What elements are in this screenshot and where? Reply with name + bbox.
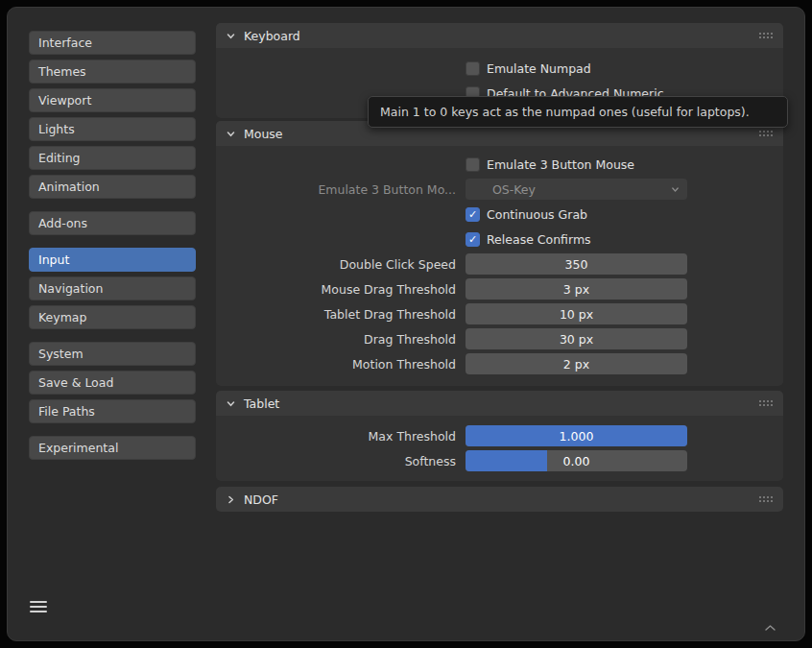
field-label: Emulate 3 Button Mo...: [216, 182, 466, 197]
check-icon: ✓: [468, 209, 477, 220]
release-confirms-row: ✓ Release Confirms: [466, 228, 783, 250]
field-label: Drag Threshold: [216, 332, 466, 347]
sidebar-item-input[interactable]: Input: [29, 248, 196, 272]
panel-drag-handle-icon[interactable]: [759, 33, 774, 39]
double-click-speed-row: Double Click Speed 350: [216, 253, 783, 275]
field-label: Mouse Drag Threshold: [216, 282, 466, 297]
motion-threshold-field[interactable]: 2 px: [466, 353, 687, 374]
keyboard-panel-header[interactable]: Keyboard: [216, 23, 783, 48]
panel-title: Tablet: [244, 396, 279, 411]
ndof-panel: NDOF: [216, 487, 783, 512]
panel-title: Keyboard: [244, 29, 300, 43]
sidebar-item-file-paths[interactable]: File Paths: [29, 399, 196, 423]
sidebar-item-editing[interactable]: Editing: [29, 146, 196, 170]
chevron-down-icon: [226, 129, 236, 139]
continuous-grab-row: ✓ Continuous Grab: [466, 204, 783, 225]
tablet-panel-header[interactable]: Tablet: [216, 391, 783, 416]
mouse-panel: Mouse ✓ Emulate 3 Button Mouse Emulate 3…: [216, 121, 783, 386]
preferences-window-frame: Interface Themes Viewport Lights Editing…: [0, 0, 812, 648]
double-click-speed-field[interactable]: 350: [466, 253, 687, 275]
sidebar-item-interface[interactable]: Interface: [29, 31, 196, 55]
drag-threshold-field[interactable]: 30 px: [466, 328, 687, 349]
continuous-grab-checkbox[interactable]: ✓: [466, 207, 480, 222]
tooltip: Main 1 to 0 keys act as the numpad ones …: [368, 96, 788, 128]
panel-drag-handle-icon[interactable]: [759, 496, 774, 503]
chevron-down-icon: [226, 31, 236, 41]
sidebar-item-animation[interactable]: Animation: [29, 175, 196, 199]
sidebar-item-viewport[interactable]: Viewport: [29, 88, 196, 112]
resize-corner-icon[interactable]: [764, 617, 776, 636]
panel-drag-handle-icon[interactable]: [759, 131, 774, 137]
hamburger-icon: [30, 601, 47, 603]
slider-value: 1.000: [466, 425, 687, 446]
field-label: Motion Threshold: [216, 357, 466, 372]
checkbox-label[interactable]: Emulate 3 Button Mouse: [487, 157, 634, 172]
emulate-3-button-mouse-row: ✓ Emulate 3 Button Mouse: [466, 154, 783, 175]
field-label: Tablet Drag Threshold: [216, 307, 466, 322]
sidebar-item-addons[interactable]: Add-ons: [29, 211, 196, 235]
chevron-right-icon: [226, 494, 236, 505]
checkbox-label[interactable]: Release Confirms: [487, 232, 591, 247]
sidebar-item-experimental[interactable]: Experimental: [29, 436, 196, 460]
field-label: Softness: [216, 454, 466, 468]
checkbox-label[interactable]: Continuous Grab: [487, 207, 587, 222]
checkbox-label[interactable]: Emulate Numpad: [487, 61, 591, 76]
sidebar-item-keymap[interactable]: Keymap: [29, 305, 196, 329]
ndof-panel-header[interactable]: NDOF: [216, 487, 783, 512]
sidebar: Interface Themes Viewport Lights Editing…: [29, 31, 196, 465]
mouse-drag-threshold-field[interactable]: 3 px: [466, 278, 687, 300]
emulate-3-button-mouse-checkbox[interactable]: ✓: [466, 157, 480, 172]
field-label: Double Click Speed: [216, 257, 466, 272]
tablet-drag-threshold-field[interactable]: 10 px: [466, 303, 687, 324]
motion-threshold-row: Motion Threshold 2 px: [216, 353, 783, 374]
softness-row: Softness 0.00: [216, 450, 783, 471]
chevron-down-icon: [226, 398, 236, 409]
drag-threshold-row: Drag Threshold 30 px: [216, 328, 783, 349]
tablet-panel: Tablet Max Threshold 1.000 Softness 0.00: [216, 391, 783, 481]
release-confirms-checkbox[interactable]: ✓: [466, 232, 480, 247]
sidebar-item-lights[interactable]: Lights: [29, 117, 196, 141]
panel-title: Mouse: [244, 127, 283, 141]
emulate-3-button-modifier-row: Emulate 3 Button Mo... OS-Key: [216, 179, 783, 200]
check-icon: ✓: [468, 234, 477, 245]
panel-title: NDOF: [244, 492, 278, 507]
panel-drag-handle-icon[interactable]: [759, 400, 774, 407]
softness-slider[interactable]: 0.00: [466, 450, 687, 471]
dropdown-value: OS-Key: [492, 182, 536, 197]
tablet-drag-threshold-row: Tablet Drag Threshold 10 px: [216, 303, 783, 324]
max-threshold-row: Max Threshold 1.000: [216, 425, 783, 446]
emulate-3-button-modifier-dropdown[interactable]: OS-Key: [466, 179, 687, 200]
mouse-drag-threshold-row: Mouse Drag Threshold 3 px: [216, 278, 783, 300]
max-threshold-slider[interactable]: 1.000: [466, 425, 687, 446]
emulate-numpad-row: ✓ Emulate Numpad: [466, 58, 783, 79]
sidebar-item-navigation[interactable]: Navigation: [29, 276, 196, 300]
sidebar-item-themes[interactable]: Themes: [29, 60, 196, 84]
chevron-down-icon: [671, 185, 680, 194]
menu-button[interactable]: [30, 597, 49, 616]
emulate-numpad-checkbox[interactable]: ✓: [466, 61, 480, 76]
sidebar-item-save-load[interactable]: Save & Load: [29, 371, 196, 395]
slider-value: 0.00: [466, 450, 687, 471]
sidebar-item-system[interactable]: System: [29, 342, 196, 366]
field-label: Max Threshold: [216, 429, 466, 444]
